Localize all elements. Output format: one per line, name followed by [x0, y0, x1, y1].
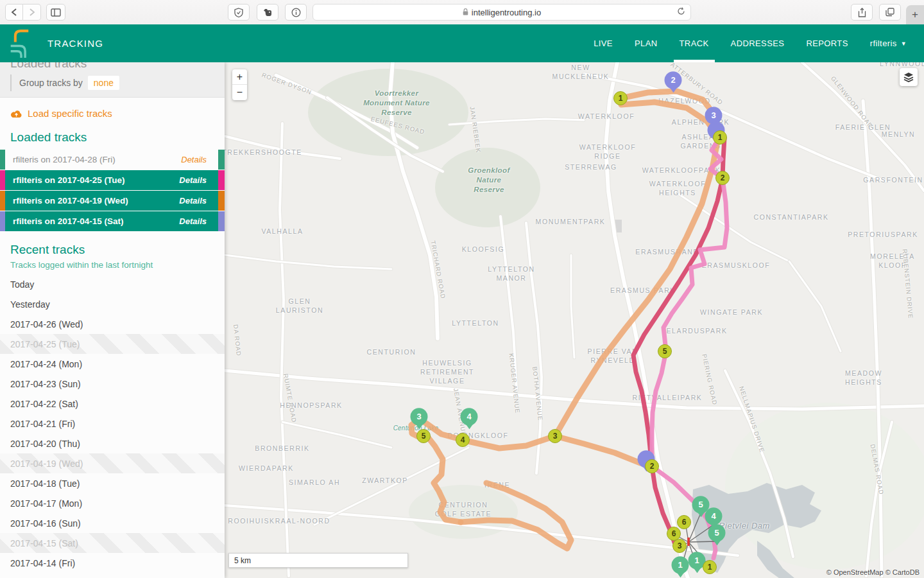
- tabs-overview-button[interactable]: [879, 4, 901, 21]
- track-color-chip: [218, 170, 225, 190]
- share-button[interactable]: [851, 4, 873, 21]
- new-tab-button[interactable]: +: [906, 5, 924, 24]
- track-color-chip: [218, 211, 225, 231]
- track-color-stripe: [0, 211, 5, 231]
- back-button[interactable]: [5, 4, 23, 21]
- privacy-shield-button[interactable]: [228, 4, 250, 21]
- recent-tracks-subtitle: Tracks logged within the last fortnight: [10, 260, 225, 270]
- olive-stop-marker[interactable]: 1: [713, 130, 727, 144]
- olive-stop-marker[interactable]: 2: [645, 459, 659, 473]
- olive-stop-marker[interactable]: 6: [677, 515, 691, 529]
- olive-stop-marker[interactable]: 3: [672, 539, 687, 553]
- recent-day-row: 2017-04-19 (Wed): [0, 453, 225, 473]
- recent-day-row[interactable]: 2017-04-14 (Fri): [0, 553, 225, 573]
- recent-day-row[interactable]: 2017-04-16 (Sun): [0, 513, 225, 533]
- green-stop-pin[interactable]: 3: [411, 408, 428, 425]
- tls-lock-icon: [463, 8, 468, 17]
- zoom-in-button[interactable]: +: [232, 69, 247, 85]
- olive-stop-marker[interactable]: 3: [548, 429, 562, 443]
- track-color-chip: [218, 150, 225, 170]
- browser-chrome: intelligentrouting.io +: [0, 0, 924, 24]
- recent-day-row[interactable]: Today: [0, 274, 225, 294]
- layers-icon: [903, 72, 914, 82]
- reader-info-button[interactable]: [285, 4, 307, 21]
- loaded-track-row[interactable]: rfilteris on 2017-04-28 (Fri)Details: [0, 150, 225, 170]
- loaded-tracks-heading: Loaded tracks: [10, 130, 225, 144]
- recent-day-row[interactable]: 2017-04-21 (Fri): [0, 414, 225, 434]
- tracks-sidebar: Loaded tracks Group tracks by none Load …: [0, 62, 225, 578]
- reload-icon[interactable]: [677, 7, 685, 17]
- olive-stop-marker[interactable]: 5: [658, 344, 672, 358]
- map-markers-layer: 233454511112535426631: [225, 62, 924, 578]
- track-details-link[interactable]: Details: [179, 175, 207, 185]
- loaded-tracks-list: rfilteris on 2017-04-28 (Fri)Detailsrfil…: [0, 150, 225, 231]
- url-text: intelligentrouting.io: [472, 8, 541, 17]
- recent-day-row: 2017-04-15 (Sat): [0, 533, 225, 553]
- recent-day-row[interactable]: 2017-04-26 (Wed): [0, 314, 225, 334]
- recent-day-row[interactable]: 2017-04-17 (Mon): [0, 493, 225, 513]
- track-label: rfilteris on 2017-04-19 (Wed): [13, 196, 128, 206]
- purple-stop-pin[interactable]: 2: [665, 71, 682, 89]
- recent-day-row: 2017-04-25 (Tue): [0, 334, 225, 354]
- chevron-down-icon: ▼: [901, 40, 907, 47]
- green-stop-pin[interactable]: 5: [708, 524, 726, 541]
- track-details-link[interactable]: Details: [179, 196, 207, 206]
- nav-track[interactable]: TRACK: [669, 24, 720, 62]
- recent-day-row[interactable]: Yesterday: [0, 294, 225, 314]
- scale-bar: 5 km: [228, 553, 408, 568]
- green-stop-pin[interactable]: 4: [705, 507, 723, 525]
- group-tracks-panel: Loaded tracks Group tracks by none: [0, 62, 225, 98]
- track-color-stripe: [0, 150, 5, 170]
- layers-button[interactable]: [900, 68, 918, 86]
- recent-day-row[interactable]: 2017-04-24 (Mon): [0, 354, 225, 374]
- clipped-panel-title: Loaded tracks: [10, 62, 225, 71]
- track-label: rfilteris on 2017-04-28 (Fri): [13, 155, 116, 164]
- nav-plan[interactable]: PLAN: [624, 24, 669, 62]
- zoom-out-button[interactable]: −: [232, 85, 247, 100]
- recent-days-list: TodayYesterday2017-04-26 (Wed)2017-04-25…: [0, 274, 225, 573]
- nav-addresses[interactable]: ADDRESSES: [720, 24, 796, 62]
- recent-day-row[interactable]: 2017-04-23 (Sun): [0, 374, 225, 394]
- green-stop-pin[interactable]: 1: [672, 556, 689, 574]
- forward-button[interactable]: [23, 4, 41, 21]
- zoom-control: + −: [232, 69, 247, 100]
- page-title: TRACKING: [47, 24, 103, 62]
- nav-live[interactable]: LIVE: [583, 24, 624, 62]
- recent-day-row[interactable]: 2017-04-20 (Thu): [0, 434, 225, 453]
- track-label: rfilteris on 2017-04-15 (Sat): [13, 216, 124, 226]
- user-menu[interactable]: rfilteris▼: [859, 24, 918, 62]
- recent-day-row[interactable]: 2017-04-22 (Sat): [0, 394, 225, 414]
- loaded-track-row[interactable]: rfilteris on 2017-04-19 (Wed)Details: [0, 191, 225, 211]
- intelligentrouting-logo-icon: [8, 28, 33, 61]
- olive-stop-marker[interactable]: 4: [456, 433, 470, 447]
- main-nav: LIVEPLANTRACKADDRESSESREPORTSrfilteris▼: [583, 24, 918, 62]
- cloud-upload-icon: [10, 109, 22, 118]
- loaded-track-row[interactable]: rfilteris on 2017-04-15 (Sat)Details: [0, 211, 225, 231]
- user-name: rfilteris: [870, 39, 897, 48]
- track-color-stripe: [0, 191, 5, 211]
- map-canvas[interactable]: NEWMUCKLENEUKATTERBURY ROADHAZELWOODWATE…: [225, 62, 924, 578]
- recent-tracks-heading: Recent tracks: [10, 243, 225, 257]
- olive-stop-marker[interactable]: 1: [613, 91, 628, 105]
- extension-clipper-button[interactable]: [257, 4, 278, 21]
- olive-stop-marker[interactable]: 2: [715, 171, 730, 185]
- olive-stop-marker[interactable]: 5: [416, 429, 431, 443]
- load-specific-tracks-link[interactable]: Load specific tracks: [10, 108, 225, 119]
- track-color-stripe: [0, 170, 5, 190]
- green-stop-pin[interactable]: 4: [461, 408, 478, 425]
- sidebar-toggle-button[interactable]: [46, 4, 65, 21]
- scale-label: 5 km: [234, 556, 251, 565]
- track-details-link[interactable]: Details: [181, 155, 207, 164]
- history-nav: [5, 4, 41, 21]
- track-label: rfilteris on 2017-04-25 (Tue): [13, 175, 125, 185]
- olive-stop-marker[interactable]: 1: [703, 560, 717, 574]
- app-header: TRACKING LIVEPLANTRACKADDRESSESREPORTSrf…: [0, 24, 924, 62]
- track-details-link[interactable]: Details: [179, 216, 207, 226]
- recent-day-row[interactable]: 2017-04-18 (Tue): [0, 473, 225, 493]
- group-by-selector[interactable]: none: [88, 76, 119, 90]
- nav-reports[interactable]: REPORTS: [795, 24, 859, 62]
- address-bar[interactable]: intelligentrouting.io: [312, 4, 691, 21]
- group-tracks-label: Group tracks by: [19, 78, 83, 88]
- loaded-track-row[interactable]: rfilteris on 2017-04-25 (Tue)Details: [0, 170, 225, 190]
- map-attribution: © OpenStreetMap © CartoDB: [826, 568, 920, 576]
